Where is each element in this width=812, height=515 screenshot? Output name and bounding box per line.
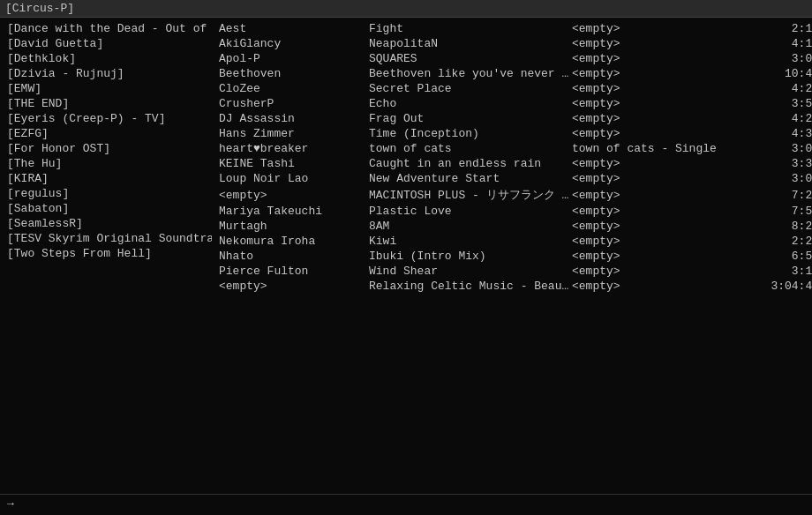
table-row[interactable]: Murtagh8AM<empty>8:22: [212, 219, 812, 234]
sidebar-item[interactable]: [Two Steps From Hell]: [0, 246, 212, 261]
sidebar-item[interactable]: [KIRA]: [0, 171, 212, 186]
track-duration: 3:33: [748, 157, 812, 170]
track-title: Relaxing Celtic Music - Beautifu: [369, 280, 572, 293]
track-duration: 4:27: [748, 82, 812, 95]
track-title: New Adventure Start: [369, 172, 572, 185]
sidebar-item[interactable]: [EZFG]: [0, 126, 212, 141]
track-duration: 7:22: [748, 189, 812, 202]
table-row[interactable]: AkiGlancyNeapolitaN<empty>4:10: [212, 36, 812, 51]
track-album: <empty>: [572, 112, 748, 125]
track-artist: Aest: [219, 22, 369, 35]
track-album: <empty>: [572, 220, 748, 233]
sidebar-item[interactable]: [For Honor OST]: [0, 141, 212, 156]
track-artist: DJ Assassin: [219, 112, 369, 125]
table-row[interactable]: <empty>Relaxing Celtic Music - Beautifu<…: [212, 279, 812, 294]
track-artist: Beethoven: [219, 67, 369, 80]
track-artist: Pierce Fulton: [219, 265, 369, 278]
table-row[interactable]: Loup Noir LaoNew Adventure Start<empty>3…: [212, 171, 812, 186]
track-artist: Hans Zimmer: [219, 127, 369, 140]
track-duration: 6:57: [748, 250, 812, 263]
track-title: Time (Inception): [369, 127, 572, 140]
track-album: <empty>: [572, 265, 748, 278]
track-album: <empty>: [572, 250, 748, 263]
track-album: <empty>: [572, 127, 748, 140]
table-row[interactable]: <empty>MACINTOSH PLUS - リサフランク 420<empty…: [212, 186, 812, 204]
track-artist: AkiGlancy: [219, 37, 369, 50]
track-artist: heart♥breaker: [219, 142, 369, 155]
sidebar-item[interactable]: [regulus]: [0, 186, 212, 201]
track-duration: 4:10: [748, 37, 812, 50]
track-artist: Apol-P: [219, 52, 369, 65]
sidebar-item[interactable]: [TESV Skyrim Original Soundtrack]: [0, 231, 212, 246]
table-row[interactable]: CrusherPEcho<empty>3:50: [212, 96, 812, 111]
track-title: Frag Out: [369, 112, 572, 125]
track-duration: 7:57: [748, 205, 812, 218]
table-row[interactable]: CloZeeSecret Place<empty>4:27: [212, 81, 812, 96]
track-album: <empty>: [572, 235, 748, 248]
track-artist: <empty>: [219, 280, 369, 293]
track-artist: Murtagh: [219, 220, 369, 233]
table-row[interactable]: Apol-PSQUARES<empty>3:08: [212, 51, 812, 66]
sidebar-item[interactable]: [David Guetta]: [0, 36, 212, 51]
table-row[interactable]: Nekomura IrohaKiwi<empty>2:25: [212, 234, 812, 249]
table-row[interactable]: Pierce FultonWind Shear<empty>3:13: [212, 264, 812, 279]
table-row[interactable]: Hans ZimmerTime (Inception)<empty>4:35: [212, 126, 812, 141]
track-duration: 3:08: [748, 52, 812, 65]
track-album: <empty>: [572, 37, 748, 50]
track-title: Ibuki (Intro Mix): [369, 250, 572, 263]
sidebar-item[interactable]: [EMW]: [0, 81, 212, 96]
sidebar-item[interactable]: [Dethklok]: [0, 51, 212, 66]
status-bar: →: [0, 494, 812, 513]
track-album: <empty>: [572, 189, 748, 202]
track-duration: 2:10: [748, 22, 812, 35]
track-artist: <empty>: [219, 189, 369, 202]
sidebar-item[interactable]: [Eyeris (Creep-P) - TV]: [0, 111, 212, 126]
track-album: <empty>: [572, 97, 748, 110]
track-artist: CloZee: [219, 82, 369, 95]
track-duration: 3:08: [748, 142, 812, 155]
sidebar-item[interactable]: [The Hu]: [0, 156, 212, 171]
sidebar-item[interactable]: [THE END]: [0, 96, 212, 111]
sidebar-item[interactable]: [Sabaton]: [0, 201, 212, 216]
title-bar: [Circus-P]: [0, 0, 812, 18]
track-duration: 3:04:46: [748, 280, 812, 293]
track-album: <empty>: [572, 52, 748, 65]
track-album: town of cats - Single: [572, 142, 748, 155]
table-row[interactable]: KEINE TashiCaught in an endless rain<emp…: [212, 156, 812, 171]
track-artist: Nekomura Iroha: [219, 235, 369, 248]
track-title: Echo: [369, 97, 572, 110]
track-album: <empty>: [572, 82, 748, 95]
table-row[interactable]: heart♥breakertown of catstown of cats - …: [212, 141, 812, 156]
track-title: MACINTOSH PLUS - リサフランク 420: [369, 187, 572, 203]
sidebar-item[interactable]: [Dzivia - Rujnuj]: [0, 66, 212, 81]
track-album: <empty>: [572, 22, 748, 35]
track-album: <empty>: [572, 67, 748, 80]
track-artist: Mariya Takeuchi: [219, 205, 369, 218]
track-duration: 4:35: [748, 127, 812, 140]
track-duration: 4:28: [748, 112, 812, 125]
title-text: [Circus-P]: [5, 2, 74, 15]
track-duration: 8:22: [748, 220, 812, 233]
track-title: Fight: [369, 22, 572, 35]
track-duration: 3:50: [748, 97, 812, 110]
track-duration: 10:42: [748, 67, 812, 80]
table-row[interactable]: BeethovenBeethoven like you've never hea…: [212, 66, 812, 81]
track-artist: Nhato: [219, 250, 369, 263]
table-row[interactable]: DJ AssassinFrag Out<empty>4:28: [212, 111, 812, 126]
track-duration: 2:25: [748, 235, 812, 248]
table-row[interactable]: Mariya TakeuchiPlastic Love<empty>7:57: [212, 204, 812, 219]
track-artist: CrusherP: [219, 97, 369, 110]
sidebar-item[interactable]: [Dance with the Dead - Out of Body]: [0, 21, 212, 36]
track-list: AestFight<empty>2:10AkiGlancyNeapolitaN<…: [212, 18, 812, 494]
track-album: <empty>: [572, 157, 748, 170]
track-title: Wind Shear: [369, 265, 572, 278]
sidebar: [Dance with the Dead - Out of Body][Davi…: [0, 18, 212, 494]
table-row[interactable]: AestFight<empty>2:10: [212, 21, 812, 36]
track-album: <empty>: [572, 172, 748, 185]
track-title: Plastic Love: [369, 205, 572, 218]
track-duration: 3:13: [748, 265, 812, 278]
sidebar-item[interactable]: [SeamlessR]: [0, 216, 212, 231]
track-artist: Loup Noir Lao: [219, 172, 369, 185]
table-row[interactable]: NhatoIbuki (Intro Mix)<empty>6:57: [212, 249, 812, 264]
track-title: Secret Place: [369, 82, 572, 95]
